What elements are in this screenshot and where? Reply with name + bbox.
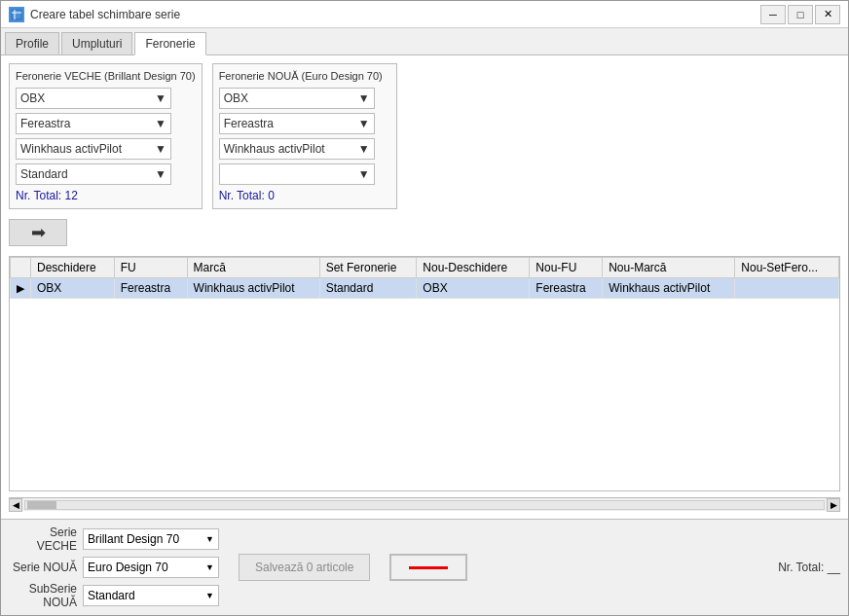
- bottom-bar: Serie VECHE Brillant Design 70 ▼ Serie N…: [1, 519, 848, 615]
- serie-noua-arrow: ▼: [205, 562, 214, 572]
- main-content: Feronerie VECHE (Brillant Design 70) OBX…: [1, 55, 848, 519]
- feronerie-veche-title: Feronerie VECHE (Brillant Design 70): [16, 70, 196, 82]
- feronerie-noua-dropdown-4[interactable]: ▼: [219, 163, 375, 185]
- feronerie-veche-dropdown-3[interactable]: Winkhaus activPilot ▼: [16, 138, 171, 160]
- feronerie-veche-dropdown-4-value: Standard: [20, 167, 68, 181]
- subserie-noua-dropdown[interactable]: Standard ▼: [83, 585, 219, 606]
- horizontal-scrollbar[interactable]: ◀ ▶: [9, 497, 840, 511]
- dropdown-arrow-n2: ▼: [358, 117, 370, 130]
- col-nou-deschidere: Nou-Deschidere: [417, 258, 530, 278]
- transfer-arrow-button[interactable]: ➡: [9, 219, 67, 246]
- bottom-nr-total: Nr. Total: __: [778, 561, 840, 574]
- cell-nou-deschidere: OBX: [417, 278, 530, 299]
- col-nou-marca: Nou-Marcă: [603, 258, 735, 278]
- app-icon: [9, 7, 24, 22]
- serie-noua-label: Serie NOUĂ: [9, 561, 77, 574]
- save-button[interactable]: Salvează 0 articole: [239, 554, 370, 581]
- red-action-button[interactable]: [389, 554, 467, 581]
- serie-noua-dropdown[interactable]: Euro Design 70 ▼: [83, 557, 219, 578]
- scroll-left-btn[interactable]: ◀: [9, 498, 22, 512]
- feronerie-veche-dropdown-2[interactable]: Fereastra ▼: [16, 113, 171, 134]
- title-bar: Creare tabel schimbare serie ─ □ ✕: [1, 1, 848, 28]
- feronerie-noua-dropdown-2-value: Fereastra: [224, 117, 274, 130]
- subserie-noua-value: Standard: [88, 589, 135, 602]
- title-controls: ─ □ ✕: [760, 5, 840, 24]
- feronerie-noua-panel: Feronerie NOUĂ (Euro Design 70) OBX ▼ Fe…: [212, 63, 397, 209]
- col-fu: FU: [114, 258, 187, 278]
- dropdown-arrow-n4: ▼: [358, 167, 370, 181]
- scroll-thumb[interactable]: [27, 501, 56, 509]
- subserie-noua-row: SubSerie NOUĂ Standard ▼: [9, 582, 219, 609]
- title-bar-left: Creare tabel schimbare serie: [9, 7, 180, 22]
- window-title: Creare tabel schimbare serie: [30, 8, 180, 21]
- col-nou-fu: Nou-FU: [530, 258, 603, 278]
- dropdown-arrow-4: ▼: [155, 167, 166, 181]
- feronerie-noua-dropdown-1-value: OBX: [224, 91, 248, 105]
- serie-noua-row: Serie NOUĂ Euro Design 70 ▼: [9, 557, 219, 578]
- serie-noua-value: Euro Design 70: [88, 561, 168, 574]
- feronerie-veche-nr-total: Nr. Total: 12: [16, 189, 196, 202]
- cell-nou-fu: Fereastra: [530, 278, 603, 299]
- feronerie-veche-dropdown-1[interactable]: OBX ▼: [16, 88, 171, 109]
- row-selected-indicator: ▶: [11, 278, 31, 299]
- feronerie-noua-dropdown-1[interactable]: OBX ▼: [219, 88, 375, 109]
- serie-veche-dropdown[interactable]: Brillant Design 70 ▼: [83, 528, 219, 550]
- col-set-feronerie: Set Feronerie: [319, 258, 417, 278]
- feronerie-noua-dropdown-2[interactable]: Fereastra ▼: [219, 113, 375, 134]
- tab-umpluturi[interactable]: Umpluturi: [61, 32, 132, 54]
- col-indicator: [11, 258, 31, 278]
- serie-veche-row: Serie VECHE Brillant Design 70 ▼: [9, 525, 219, 553]
- feronerie-noua-dropdown-3-value: Winkhaus activPilot: [224, 142, 325, 156]
- col-marca: Marcă: [187, 258, 319, 278]
- feronerie-veche-dropdown-1-value: OBX: [20, 91, 45, 105]
- scroll-right-btn[interactable]: ▶: [827, 498, 840, 512]
- tab-profile[interactable]: Profile: [5, 32, 59, 54]
- scroll-track[interactable]: [24, 500, 825, 510]
- subserie-noua-arrow: ▼: [205, 591, 214, 600]
- feronerie-veche-dropdown-4[interactable]: Standard ▼: [16, 163, 171, 185]
- cell-marca: Winkhaus activPilot: [187, 278, 319, 299]
- svg-rect-0: [12, 10, 21, 19]
- bottom-series: Serie VECHE Brillant Design 70 ▼ Serie N…: [9, 525, 219, 609]
- minimize-button[interactable]: ─: [760, 5, 786, 24]
- feronerie-noua-title: Feronerie NOUĂ (Euro Design 70): [219, 70, 390, 82]
- cell-deschidere: OBX: [31, 278, 115, 299]
- dropdown-arrow-3: ▼: [155, 142, 166, 156]
- feronerie-veche-panel: Feronerie VECHE (Brillant Design 70) OBX…: [9, 63, 203, 209]
- tab-feronerie[interactable]: Feronerie: [134, 32, 205, 55]
- feronerie-veche-dropdown-3-value: Winkhaus activPilot: [20, 142, 122, 156]
- dropdown-arrow-n1: ▼: [358, 91, 370, 105]
- table-row[interactable]: ▶ OBX Fereastra Winkhaus activPilot Stan…: [11, 278, 839, 299]
- cell-nou-marca: Winkhaus activPilot: [603, 278, 735, 299]
- feronerie-noua-nr-total: Nr. Total: 0: [219, 189, 390, 202]
- dropdown-arrow-n3: ▼: [358, 142, 370, 156]
- red-line-icon: [409, 566, 448, 569]
- dropdown-arrow-2: ▼: [155, 117, 166, 130]
- tab-bar: Profile Umpluturi Feronerie: [1, 28, 848, 55]
- cell-fu: Fereastra: [114, 278, 187, 299]
- feronerie-table[interactable]: Deschidere FU Marcă Set Feronerie Nou-De…: [9, 256, 840, 491]
- dropdown-arrow-1: ▼: [155, 91, 166, 105]
- col-deschidere: Deschidere: [31, 258, 115, 278]
- feronerie-veche-dropdown-2-value: Fereastra: [20, 117, 70, 130]
- feronerie-panels: Feronerie VECHE (Brillant Design 70) OBX…: [9, 63, 840, 209]
- feronerie-noua-dropdown-4-value: [224, 167, 227, 181]
- serie-veche-value: Brillant Design 70: [88, 532, 179, 546]
- feronerie-noua-dropdown-3[interactable]: Winkhaus activPilot ▼: [219, 138, 375, 160]
- subserie-noua-label: SubSerie NOUĂ: [9, 582, 77, 609]
- main-window: Creare tabel schimbare serie ─ □ ✕ Profi…: [0, 0, 849, 616]
- cell-nou-set-feronerie: [735, 278, 839, 299]
- serie-veche-label: Serie VECHE: [9, 525, 77, 553]
- arrow-icon: ➡: [31, 222, 46, 243]
- close-button[interactable]: ✕: [815, 5, 840, 24]
- col-nou-set-feronerie: Nou-SetFero...: [735, 258, 839, 278]
- cell-set-feronerie: Standard: [319, 278, 417, 299]
- table-header-row: Deschidere FU Marcă Set Feronerie Nou-De…: [11, 258, 839, 278]
- maximize-button[interactable]: □: [788, 5, 813, 24]
- serie-veche-arrow: ▼: [205, 534, 214, 544]
